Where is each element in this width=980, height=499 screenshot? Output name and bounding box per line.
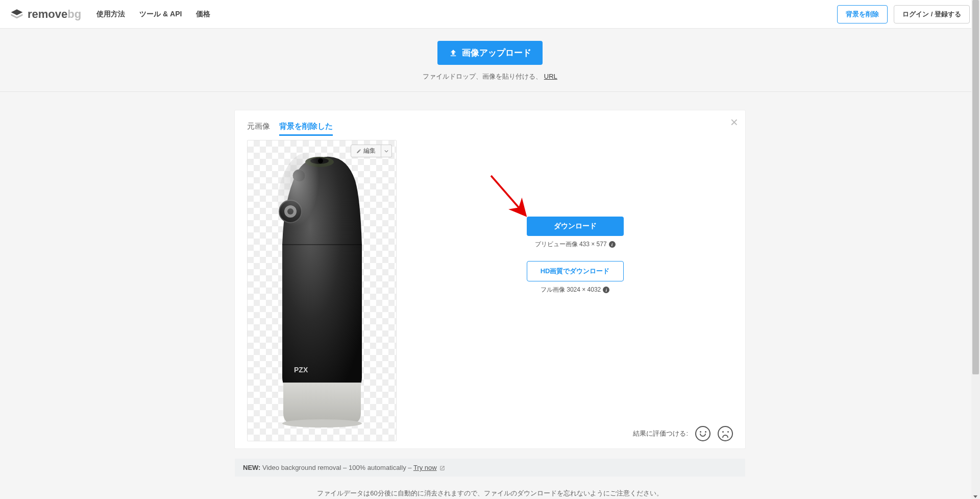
edit-dropdown-button[interactable] bbox=[381, 145, 392, 157]
logo[interactable]: removebg bbox=[10, 8, 81, 21]
info-icon[interactable]: i bbox=[603, 287, 609, 293]
footer-note: ファイルデータは60分後に自動的に消去されますので、ファイルのダウンロードを忘れ… bbox=[0, 477, 980, 499]
upload-section: 画像アップロード ファイルドロップ、画像を貼り付ける、 URL bbox=[0, 29, 980, 92]
svg-text:PZX: PZX bbox=[294, 366, 308, 374]
edit-button-group: 編集 bbox=[351, 145, 392, 157]
rating-label: 結果に評価つける: bbox=[633, 429, 688, 438]
image-panel: 編集 bbox=[247, 140, 397, 441]
chevron-down-icon bbox=[384, 149, 388, 153]
header-right: 背景を削除 ログイン / 登録する bbox=[837, 5, 970, 23]
rate-bad-button[interactable] bbox=[718, 426, 733, 441]
main-area: × 元画像 背景を削除した 編集 bbox=[0, 92, 980, 459]
tab-original[interactable]: 元画像 bbox=[247, 122, 270, 136]
upload-image-button[interactable]: 画像アップロード bbox=[437, 41, 543, 65]
svg-line-10 bbox=[491, 176, 526, 216]
logo-text-main: remove bbox=[28, 8, 67, 20]
upload-icon bbox=[449, 49, 458, 58]
pencil-icon bbox=[356, 149, 361, 154]
edit-button[interactable]: 編集 bbox=[351, 145, 381, 157]
rate-good-button[interactable] bbox=[695, 426, 710, 441]
svg-point-9 bbox=[282, 419, 362, 427]
upload-hint: ファイルドロップ、画像を貼り付ける、 URL bbox=[0, 72, 980, 81]
scrollbar-down-icon bbox=[973, 495, 977, 498]
new-banner: NEW: Video background removal – 100% aut… bbox=[235, 459, 745, 477]
logo-icon bbox=[10, 8, 23, 21]
result-card: × 元画像 背景を削除した 編集 bbox=[235, 110, 745, 448]
content-row: 編集 bbox=[247, 140, 733, 441]
logo-text-suffix: bg bbox=[67, 8, 81, 20]
arrow-annotation bbox=[486, 171, 537, 227]
upload-hint-text: ファイルドロップ、画像を貼り付ける、 bbox=[423, 73, 542, 80]
info-icon[interactable]: i bbox=[609, 241, 616, 248]
nav: 使用方法 ツール & API 価格 bbox=[96, 10, 210, 19]
preview-dimensions: プリビュー画像 433 × 577 i bbox=[535, 240, 616, 249]
nav-usage[interactable]: 使用方法 bbox=[96, 10, 125, 19]
tabs: 元画像 背景を削除した bbox=[247, 122, 733, 136]
scrollbar[interactable] bbox=[971, 0, 980, 499]
smile-icon bbox=[696, 431, 709, 433]
product-image: PZX bbox=[256, 153, 388, 429]
right-panel: ダウンロード プリビュー画像 433 × 577 i HD画質でダウンロード フ… bbox=[417, 140, 733, 441]
tab-removed[interactable]: 背景を削除した bbox=[279, 122, 333, 136]
header: removebg 使用方法 ツール & API 価格 背景を削除 ログイン / … bbox=[0, 0, 980, 29]
edit-button-label: 編集 bbox=[363, 147, 376, 155]
close-icon[interactable]: × bbox=[730, 115, 738, 129]
frown-icon bbox=[719, 431, 732, 433]
scrollbar-thumb[interactable] bbox=[972, 0, 979, 374]
nav-tools-api[interactable]: ツール & API bbox=[139, 10, 182, 19]
remove-bg-button[interactable]: 背景を削除 bbox=[837, 5, 888, 23]
upload-url-link[interactable]: URL bbox=[544, 73, 557, 80]
new-badge: NEW: bbox=[243, 464, 260, 471]
rating-row: 結果に評価つける: bbox=[633, 426, 733, 441]
full-dimensions: フル画像 3024 × 4032 i bbox=[541, 286, 609, 294]
login-register-button[interactable]: ログイン / 登録する bbox=[894, 5, 970, 23]
header-left: removebg 使用方法 ツール & API 価格 bbox=[10, 8, 210, 21]
hd-download-button[interactable]: HD画質でダウンロード bbox=[527, 261, 624, 281]
upload-button-label: 画像アップロード bbox=[462, 47, 531, 59]
banner-text: Video background removal – 100% automati… bbox=[260, 464, 413, 471]
external-link-icon bbox=[439, 465, 445, 471]
nav-pricing[interactable]: 価格 bbox=[196, 10, 210, 19]
download-button[interactable]: ダウンロード bbox=[527, 217, 624, 236]
try-now-link[interactable]: Try now bbox=[413, 464, 437, 471]
svg-point-7 bbox=[276, 153, 337, 275]
